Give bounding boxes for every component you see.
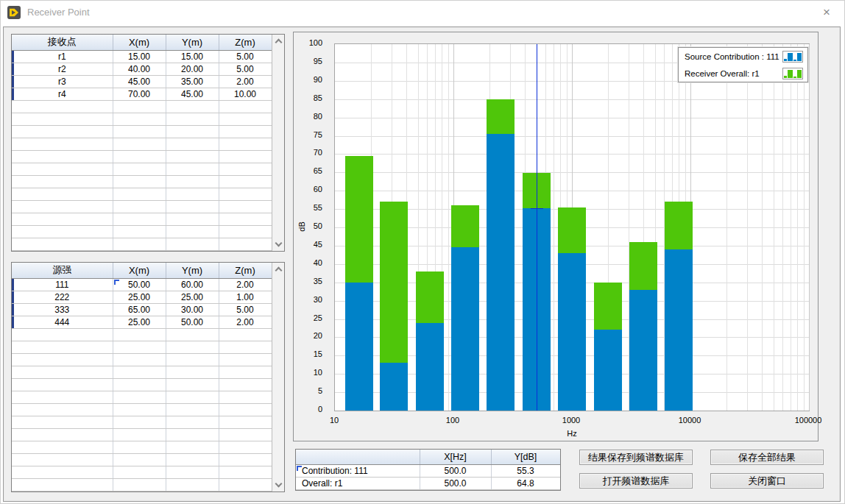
table-cell[interactable]: 10.00: [219, 88, 272, 100]
readout-y-value[interactable]: 64.8: [491, 477, 560, 489]
table-cell-empty[interactable]: [12, 150, 113, 163]
table-cell[interactable]: 222: [12, 291, 113, 303]
table-cell[interactable]: 5.00: [219, 63, 272, 75]
scroll-up-icon[interactable]: [275, 267, 283, 274]
table-cell-empty[interactable]: [12, 100, 113, 113]
table-cell[interactable]: 111: [12, 278, 113, 291]
table-cell[interactable]: 45.00: [166, 88, 219, 100]
table-cell-empty[interactable]: [166, 466, 219, 478]
table-cell-empty[interactable]: [166, 125, 219, 138]
readout-x-value[interactable]: 500.0: [420, 477, 491, 489]
table-cell-empty[interactable]: [113, 466, 166, 478]
bar-plot-icon[interactable]: [782, 68, 803, 79]
table-cell-empty[interactable]: [12, 225, 113, 238]
table-cell[interactable]: 40.00: [113, 63, 166, 75]
table-cell-empty[interactable]: [166, 188, 219, 200]
table-cell[interactable]: 2.00: [219, 75, 272, 88]
table-cell-empty[interactable]: [166, 416, 219, 428]
table-cell-empty[interactable]: [12, 428, 113, 441]
table-cell-empty[interactable]: [166, 238, 219, 250]
table-cell[interactable]: 25.00: [113, 291, 166, 303]
table-cell-empty[interactable]: [12, 478, 113, 491]
table-cell-empty[interactable]: [113, 175, 166, 188]
table-cell-empty[interactable]: [166, 213, 219, 225]
close-window-icon[interactable]: ×: [817, 4, 836, 21]
table-cell-empty[interactable]: [166, 225, 219, 238]
table-cell-empty[interactable]: [219, 453, 272, 466]
readout-label[interactable]: Contribution: 111: [296, 464, 420, 477]
table-cell-empty[interactable]: [12, 175, 113, 188]
table-cell-selected[interactable]: 50.00: [113, 278, 166, 291]
table-cell[interactable]: 15.00: [113, 50, 166, 63]
table-cell-empty[interactable]: [113, 328, 166, 341]
table-cell[interactable]: 20.00: [166, 63, 219, 75]
table-cell[interactable]: 25.00: [113, 316, 166, 328]
table-cell-empty[interactable]: [166, 353, 219, 366]
table-cell-empty[interactable]: [219, 378, 272, 391]
table-cell-empty[interactable]: [113, 478, 166, 491]
table-cell[interactable]: 2.00: [219, 316, 272, 328]
table-cell-empty[interactable]: [166, 163, 219, 175]
table-cell[interactable]: 60.00: [166, 278, 219, 291]
table-cell-empty[interactable]: [12, 441, 113, 453]
save-results-to-spectrum-db-button[interactable]: 结果保存到频谱数据库: [579, 450, 693, 465]
table-cell-empty[interactable]: [166, 453, 219, 466]
table-cell-empty[interactable]: [12, 113, 113, 125]
table-cell-empty[interactable]: [113, 100, 166, 113]
table-cell[interactable]: 45.00: [113, 75, 166, 88]
table-cell-empty[interactable]: [166, 100, 219, 113]
table-cell-empty[interactable]: [12, 416, 113, 428]
table-cell-empty[interactable]: [166, 378, 219, 391]
table-cell-empty[interactable]: [219, 100, 272, 113]
table-cell-empty[interactable]: [219, 353, 272, 366]
table-cell-empty[interactable]: [113, 391, 166, 403]
table-cell[interactable]: 70.00: [113, 88, 166, 100]
table-cell-empty[interactable]: [113, 416, 166, 428]
table-cell[interactable]: 444: [12, 316, 113, 328]
table-cell[interactable]: 5.00: [219, 50, 272, 63]
table-cell-empty[interactable]: [219, 200, 272, 213]
table-cell[interactable]: 15.00: [166, 50, 219, 63]
table-cell-empty[interactable]: [113, 225, 166, 238]
table-cell-empty[interactable]: [166, 366, 219, 378]
table-cell-empty[interactable]: [113, 378, 166, 391]
table-cell-empty[interactable]: [113, 163, 166, 175]
cursor-line[interactable]: [537, 44, 537, 411]
table-cell-empty[interactable]: [166, 478, 219, 491]
table-cell-empty[interactable]: [219, 403, 272, 416]
table-cell-empty[interactable]: [12, 378, 113, 391]
table-cell-empty[interactable]: [219, 163, 272, 175]
table-cell[interactable]: r2: [12, 63, 113, 75]
table-cell-empty[interactable]: [166, 328, 219, 341]
table-cell-empty[interactable]: [166, 138, 219, 150]
table-cell-empty[interactable]: [219, 366, 272, 378]
table-cell-empty[interactable]: [12, 366, 113, 378]
table-cell[interactable]: 333: [12, 303, 113, 316]
table-cell-empty[interactable]: [113, 353, 166, 366]
legend-item-contribution[interactable]: Source Contribution : 111: [679, 48, 807, 65]
table-cell-empty[interactable]: [166, 428, 219, 441]
readout-y-value[interactable]: 55.3: [491, 464, 560, 477]
table-cell-empty[interactable]: [12, 353, 113, 366]
open-spectrum-db-button[interactable]: 打开频谱数据库: [579, 473, 693, 489]
table-cell-empty[interactable]: [113, 441, 166, 453]
table-cell-empty[interactable]: [113, 238, 166, 250]
table-cell-empty[interactable]: [166, 391, 219, 403]
table-cell-empty[interactable]: [12, 238, 113, 250]
table-cell-empty[interactable]: [113, 403, 166, 416]
table-cell-empty[interactable]: [12, 138, 113, 150]
table-cell-empty[interactable]: [166, 403, 219, 416]
table-cell-empty[interactable]: [12, 453, 113, 466]
table-cell-empty[interactable]: [219, 188, 272, 200]
cursor-crosshair[interactable]: [531, 208, 543, 209]
table-cell-empty[interactable]: [113, 150, 166, 163]
table-cell-empty[interactable]: [219, 416, 272, 428]
table-cell[interactable]: 25.00: [166, 291, 219, 303]
table-cell-empty[interactable]: [219, 466, 272, 478]
table-cell-empty[interactable]: [166, 175, 219, 188]
table-cell-empty[interactable]: [113, 138, 166, 150]
table-cell[interactable]: 2.00: [219, 278, 272, 291]
legend-item-overall[interactable]: Receiver Overall: r1: [679, 65, 807, 82]
table-cell-empty[interactable]: [166, 113, 219, 125]
table-cell[interactable]: 5.00: [219, 303, 272, 316]
